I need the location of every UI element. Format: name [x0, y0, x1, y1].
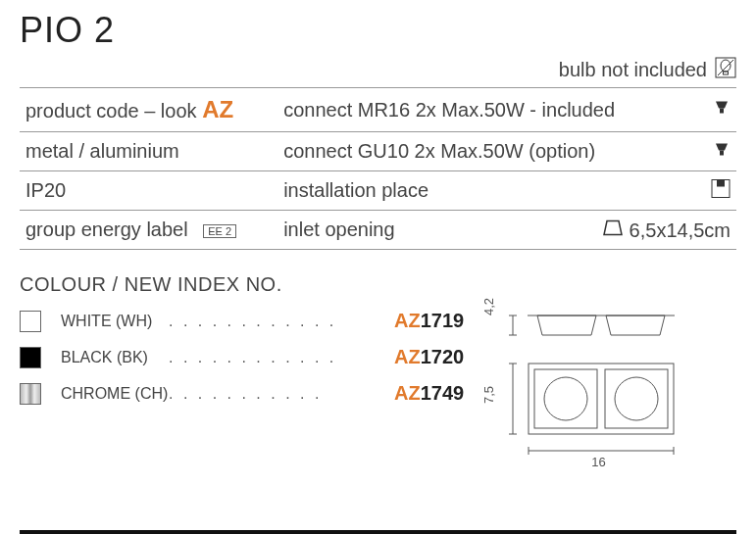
spec-row-energy: group energy label EE 2 inlet opening 6,…	[20, 211, 736, 250]
material-text: metal / aluminium	[20, 132, 277, 171]
bulb-socket-icon	[713, 140, 731, 163]
bulb-note-row: bulb not included	[20, 57, 736, 88]
colour-list: WHITE (WH) . . . . . . . . . . . . AZ171…	[20, 310, 464, 471]
colour-label: CHROME (CH)	[61, 385, 169, 403]
installation-icon	[711, 178, 731, 203]
energy-label-text: group energy label	[25, 218, 188, 240]
colour-code: AZ1720	[394, 346, 464, 368]
colour-label: WHITE (WH)	[61, 313, 169, 330]
connect-gu10-text: connect GU10 2x Max.50W (option)	[283, 140, 595, 162]
inlet-dimension-text: 6,5x14,5cm	[630, 218, 731, 241]
dimension-width: 16	[591, 455, 605, 469]
swatch-white	[20, 311, 41, 332]
svg-point-16	[615, 377, 658, 420]
colour-code: AZ1749	[394, 382, 464, 405]
product-diagram-svg	[464, 310, 689, 466]
inlet-shape-icon	[602, 218, 624, 241]
svg-rect-5	[720, 150, 724, 155]
product-code-az: AZ	[202, 96, 233, 122]
swatch-chrome	[20, 383, 41, 405]
svg-point-1	[721, 60, 731, 72]
swatch-black	[20, 347, 41, 368]
dimension-height-1: 4,2	[481, 298, 496, 316]
dot-leader: . . . . . . . . . . .	[169, 385, 394, 403]
spec-row-product-code: product code – look AZ connect MR16 2x M…	[20, 88, 736, 132]
svg-rect-7	[717, 179, 725, 186]
colour-row-white: WHITE (WH) . . . . . . . . . . . . AZ171…	[20, 310, 464, 332]
colour-code: AZ1719	[394, 310, 464, 332]
dimension-diagram: 4,2 7,5 16	[464, 310, 736, 471]
dot-leader: . . . . . . . . . . . .	[169, 313, 394, 330]
svg-point-14	[544, 377, 587, 420]
ip-rating-text: IP20	[20, 171, 277, 211]
colour-row-chrome: CHROME (CH) . . . . . . . . . . . AZ1749	[20, 382, 464, 405]
spec-row-ip: IP20 installation place	[20, 171, 736, 211]
colour-row-black: BLACK (BK) . . . . . . . . . . . . AZ172…	[20, 346, 464, 368]
no-bulb-icon	[715, 57, 736, 83]
product-code-label: product code – look	[25, 100, 202, 121]
bottom-divider	[20, 530, 736, 534]
svg-rect-2	[724, 72, 729, 74]
spec-row-material: metal / aluminium connect GU10 2x Max.50…	[20, 132, 736, 171]
colour-label: BLACK (BK)	[61, 349, 169, 366]
page-title: PIO 2	[20, 10, 736, 51]
bulb-note-text: bulb not included	[559, 59, 707, 81]
installation-place-text: installation place	[283, 179, 428, 201]
svg-rect-12	[529, 364, 674, 434]
connect-mr16-text: connect MR16 2x Max.50W - included	[283, 99, 615, 121]
energy-badge: EE 2	[203, 224, 236, 238]
dimension-height-2: 7,5	[481, 386, 496, 404]
inlet-opening-text: inlet opening	[283, 218, 394, 240]
dot-leader: . . . . . . . . . . . .	[169, 349, 394, 366]
svg-rect-4	[720, 109, 724, 114]
bulb-socket-icon	[713, 99, 731, 121]
spec-table: product code – look AZ connect MR16 2x M…	[20, 88, 736, 250]
colour-section-title: COLOUR / NEW INDEX NO.	[20, 273, 736, 296]
svg-line-3	[718, 60, 733, 75]
